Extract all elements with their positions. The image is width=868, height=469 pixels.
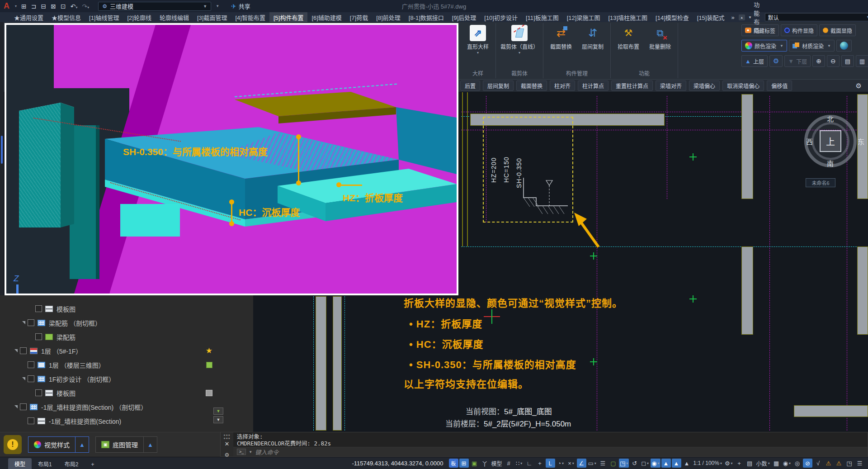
ribbon-tab[interactable]: ★模型信息 (47, 12, 85, 22)
grid-display[interactable]: # (504, 459, 514, 468)
ribbon-button[interactable]: 直形大样▾ (465, 25, 491, 55)
tree-row[interactable]: 1层 （楼层三维图） (0, 358, 253, 372)
isolate-objects[interactable]: ◎ (793, 459, 802, 468)
object-snap[interactable]: ∠ (577, 459, 586, 468)
ribbon-tab[interactable]: [12]梁施工图 (563, 12, 604, 22)
tree-row[interactable]: -1层_墙柱提资图(Section)▼▼ (0, 414, 253, 428)
ribbon-tab[interactable]: [6]辅助建模 (307, 12, 345, 22)
panel1-button[interactable]: ▤ (841, 55, 854, 67)
toolbar-button[interactable]: 偏移值 (767, 81, 792, 91)
tree-checkbox[interactable] (28, 417, 34, 424)
tree-row[interactable]: 1层 （5#-1F）★ (0, 344, 253, 358)
layout-dropdown[interactable]: 默认 ▼ (765, 13, 868, 21)
panel-icon[interactable] (206, 390, 212, 396)
scroll-down-icon[interactable]: ▼ (213, 416, 223, 423)
annotation-hc-text[interactable]: HC：沉板厚度 (239, 205, 300, 218)
warning-a[interactable]: ⚠ (824, 459, 833, 468)
save-as-icon[interactable]: ⊠ (51, 3, 56, 10)
note-bullet-hz[interactable]: HZ：折板厚度 (409, 316, 482, 330)
toolbar-button[interactable]: 柱对齐 (550, 81, 575, 91)
up-arrow-icon[interactable]: ▲ (75, 437, 89, 452)
command-input[interactable]: >_ ▼ 键入命令 (233, 447, 868, 456)
tree-checkbox[interactable] (20, 403, 27, 410)
basemap-button[interactable]: ▣底图管理 ▲ (95, 436, 157, 453)
ribbon-button[interactable]: 拾取布置 (615, 25, 642, 50)
颜色渲染-button[interactable]: 颜色渲染▼ (741, 40, 787, 52)
chevron-down-icon[interactable]: ▼ (827, 44, 831, 48)
layout-tab[interactable]: 布局2 (58, 458, 85, 469)
layout-tab[interactable]: + (85, 460, 100, 469)
zoomout-button[interactable]: ⊖ (827, 55, 840, 67)
chevron-down-icon[interactable]: ▾ (519, 51, 520, 55)
gearblue-button[interactable]: ⚙ (769, 55, 783, 67)
up-arrow-icon[interactable]: ▲ (143, 437, 157, 452)
redo-icon[interactable]: ↷▾ (82, 3, 89, 10)
compass-north[interactable]: 北 (827, 114, 834, 123)
crosshair-grid-toggle[interactable]: ⊞ (459, 459, 469, 468)
compass-south[interactable]: 南 (827, 158, 834, 168)
tree-row[interactable]: 1F初步设计 （剖切框） (0, 372, 253, 386)
toolbar-button[interactable]: 截面替换 (516, 81, 547, 91)
model-space-label[interactable]: 模型 (491, 459, 503, 468)
ribbon-tab[interactable]: [8-1]数据接口 (405, 12, 448, 22)
chevron-down-icon[interactable]: ▾ (626, 461, 628, 465)
dynamic-input[interactable]: + (535, 459, 545, 468)
star-icon[interactable]: ★ (206, 346, 212, 355)
toolbar-button[interactable]: 后置 (460, 81, 480, 91)
expand-icon[interactable] (22, 377, 25, 380)
note-title[interactable]: 折板大样的显隐、颜色可通过“视觉样式”控制。 (404, 295, 623, 309)
annotation-vis-3[interactable]: ▲ (682, 459, 692, 468)
tree-checkbox[interactable] (35, 333, 42, 340)
expand-icon[interactable] (14, 349, 18, 352)
crosshair-size[interactable]: + (735, 459, 744, 468)
材质渲染-button[interactable]: 材质渲染▼ (789, 40, 835, 52)
ribbon-tab[interactable]: [8]前处理 (372, 12, 404, 22)
open-file-icon[interactable]: ⊐ (31, 3, 37, 10)
units-icon[interactable]: ▤ (745, 459, 755, 468)
tree-checkbox[interactable] (28, 361, 34, 368)
green-flag-icon[interactable] (206, 362, 212, 368)
polar-tracking[interactable]: ◔▾ (556, 459, 566, 468)
slab-layer-toggle[interactable]: 板 (449, 459, 458, 468)
zoomin-button[interactable]: ⊕ (812, 55, 825, 67)
command-grip-handle[interactable]: ●●●●●● (223, 433, 231, 440)
chevron-down-icon[interactable]: ▾ (594, 461, 596, 465)
infer-constraints[interactable]: ∟ (525, 459, 534, 468)
ribbon-tab[interactable]: [13]墙柱施工图 (604, 12, 651, 22)
expand-icon[interactable] (14, 405, 18, 408)
annotation-hz-text[interactable]: HZ：折板厚度 (343, 190, 403, 204)
tree-row[interactable]: 楼板图 (0, 386, 253, 400)
transparency-toggle[interactable]: ▢ (609, 459, 618, 468)
tree-row[interactable]: 模板图 (0, 302, 253, 316)
ucs-axes-toggle[interactable]: 丫 (480, 459, 490, 468)
note-bullet-hc[interactable]: HC：沉板厚度 (409, 336, 484, 351)
snap-mode[interactable]: ∷▾ (514, 459, 524, 468)
new-file-icon[interactable]: ⊞ (21, 3, 27, 10)
chevron-down-icon[interactable]: ▾ (572, 461, 574, 465)
chevron-down-icon[interactable]: ▾ (477, 51, 479, 55)
toolbar-button[interactable]: 取消梁墙偏心 (722, 81, 764, 91)
ribbon-tab[interactable]: 轮廓线编辑 (156, 12, 193, 22)
gizmo-toggle[interactable]: ◉▾ (651, 459, 660, 468)
3d-viewport[interactable]: SH-0.350：与所属楼板的相对高度 HZ：折板厚度 HC：沉板厚度 Z (5, 23, 458, 295)
tree-checkbox[interactable] (35, 305, 42, 312)
visual-style-button[interactable]: 视觉样式 ▲ (28, 436, 89, 453)
下层-button[interactable]: ▼下层 (784, 55, 811, 67)
tab-panel-toggle-icon[interactable]: ▴ (739, 14, 745, 20)
app-menu-caret-icon[interactable]: ▾ (15, 4, 17, 8)
layout-tab[interactable]: 模型 (8, 458, 32, 469)
command-panel[interactable]: ●●●●●● ✕ ⚙ 选择对象: CMDRENDERCOLOR花费时间: 2.8… (220, 432, 868, 457)
scroll-down-icon[interactable]: ▼ (213, 407, 223, 415)
qat-overflow-icon[interactable]: ▼ (216, 4, 219, 8)
chevron-down-icon[interactable]: ▾ (658, 461, 660, 465)
chevron-down-icon[interactable]: ▾ (768, 461, 770, 465)
annotation-vis-1[interactable]: ▲ (661, 459, 671, 468)
ribbon-button[interactable]: 截面替换 (548, 25, 574, 50)
sphere-button[interactable] (836, 40, 852, 52)
ribbon-tab[interactable]: [15]装配式 (693, 12, 729, 22)
note-footer[interactable]: 以上字符均支持在位编辑。 (404, 376, 528, 390)
ribbon-tab[interactable]: [5]构件布置 (269, 12, 307, 22)
save-icon[interactable]: ⊟ (41, 3, 46, 10)
ribbon-button[interactable]: 层间复制 (580, 25, 606, 50)
toolbar-button[interactable]: 梁墙对齐 (656, 81, 686, 91)
